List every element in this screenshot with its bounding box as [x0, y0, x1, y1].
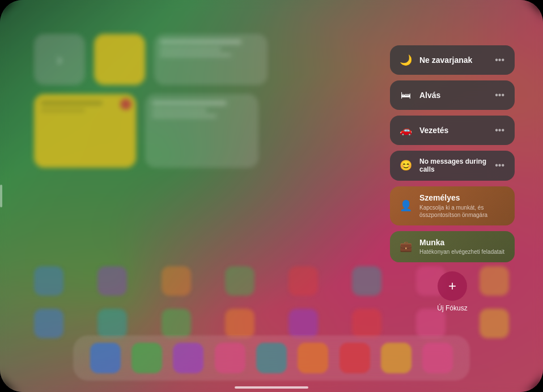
app-icon-b4: [225, 309, 254, 338]
dock-icon-5: [256, 343, 287, 373]
widget-wide: [154, 34, 268, 85]
ipad-frame: ›: [0, 0, 543, 392]
focus-text-alvas: Alvás: [419, 91, 493, 100]
focus-title-vezetes: Vezetés: [419, 126, 493, 135]
focus-item-szemelyes[interactable]: 👤 Személyes Kapcsolja ki a munkát, és ös…: [390, 186, 515, 225]
focus-text-vezetes: Vezetés: [419, 126, 493, 135]
dock-icon-7: [340, 343, 370, 373]
focus-text-no-messages: No messages during calls: [419, 157, 493, 174]
app-icon-6: [352, 266, 381, 296]
app-icon-b5: [289, 309, 318, 338]
focus-text-ne-zavarjanak: Ne zavarjanak: [419, 56, 493, 65]
focus-item-ne-zavarjanak[interactable]: 🌙 Ne zavarjanak •••: [390, 45, 515, 75]
focus-title-alvas: Alvás: [419, 91, 493, 100]
focus-item-no-messages[interactable]: 😊 No messages during calls •••: [390, 151, 515, 181]
app-icon-3: [162, 266, 191, 296]
dock-icon-6: [298, 343, 328, 373]
widget-yellow: [94, 34, 145, 85]
dock-icon-2: [131, 343, 162, 373]
person-icon: 👤: [398, 198, 414, 214]
widget-1: ›: [34, 34, 85, 85]
focus-title-no-messages: No messages during calls: [419, 157, 493, 174]
focus-title-szemelyes: Személyes: [419, 193, 507, 203]
app-icon-b2: [97, 309, 127, 338]
briefcase-icon: 💼: [398, 238, 414, 254]
dock-icon-4: [215, 343, 245, 373]
focus-more-ne-zavarjanak[interactable]: •••: [493, 54, 507, 66]
focus-text-munka: Munka Hatékonyan elvégezheti feladatait: [419, 238, 507, 256]
widgets-area: ›: [34, 34, 317, 227]
moon-icon: 🌙: [398, 52, 414, 68]
focus-more-alvas[interactable]: •••: [493, 89, 507, 101]
app-icon-b8: [480, 309, 509, 338]
focus-title-munka: Munka: [419, 238, 507, 248]
dock-icon-1: [90, 343, 121, 373]
bed-icon: 🛏: [398, 87, 414, 103]
focus-item-munka[interactable]: 💼 Munka Hatékonyan elvégezheti feladatai…: [390, 231, 515, 263]
dock-icon-9: [422, 343, 453, 373]
apps-row-bottom: [23, 309, 520, 338]
home-indicator: [235, 386, 308, 389]
add-focus-circle: +: [438, 271, 467, 301]
focus-panel: 🌙 Ne zavarjanak ••• 🛏 Alvás ••• 🚗 Vezeté…: [390, 45, 515, 312]
widget-medium: [145, 94, 258, 168]
add-focus-label: Új Fókusz: [437, 304, 467, 312]
focus-title-ne-zavarjanak: Ne zavarjanak: [419, 56, 493, 65]
focus-item-alvas[interactable]: 🛏 Alvás •••: [390, 80, 515, 110]
side-indicator: [0, 185, 2, 207]
app-icon-1: [34, 266, 63, 296]
dock-icon-8: [381, 343, 412, 373]
app-icon-b7: [416, 309, 446, 338]
app-icon-b3: [162, 309, 191, 338]
focus-item-vezetes[interactable]: 🚗 Vezetés •••: [390, 116, 515, 145]
app-icon-4: [225, 266, 254, 296]
smiley-icon: 😊: [398, 157, 414, 173]
focus-subtitle-szemelyes: Kapcsolja ki a munkát, és összpontosítso…: [419, 204, 507, 219]
focus-more-vezetes[interactable]: •••: [493, 124, 507, 137]
app-icon-b6: [352, 309, 381, 338]
app-icon-b1: [34, 309, 63, 338]
widget-yellow-medium: [34, 94, 136, 168]
plus-icon: +: [448, 278, 456, 294]
focus-subtitle-munka: Hatékonyan elvégezheti feladatait: [419, 248, 507, 255]
dock: [73, 335, 470, 381]
focus-more-no-messages[interactable]: •••: [493, 159, 507, 172]
car-icon: 🚗: [398, 122, 414, 138]
focus-text-szemelyes: Személyes Kapcsolja ki a munkát, és össz…: [419, 193, 507, 219]
app-icon-5: [289, 266, 318, 296]
app-icon-2: [97, 266, 127, 296]
dock-icon-3: [173, 343, 203, 373]
add-focus-button[interactable]: + Új Fókusz: [390, 271, 515, 312]
